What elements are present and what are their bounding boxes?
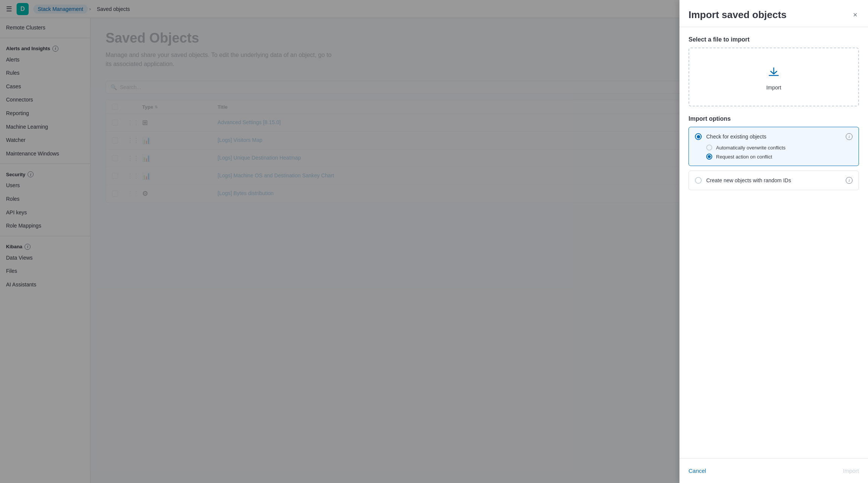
cancel-button[interactable]: Cancel (689, 465, 706, 477)
request-action-label: Request action on conflict (716, 154, 772, 160)
modal-header: Import saved objects × (679, 18, 868, 27)
main-layout: Remote Clusters Alerts and Insights i Al… (0, 18, 868, 483)
modal-title: Import saved objects (689, 18, 787, 21)
option2-info-icon[interactable]: i (846, 177, 853, 184)
option1-radio[interactable] (695, 133, 702, 140)
option1-info-icon[interactable]: i (846, 133, 853, 140)
import-options-label: Import options (689, 115, 859, 122)
sub-option-request-action[interactable]: Request action on conflict (706, 154, 853, 160)
import-button[interactable]: Import (843, 465, 859, 477)
overwrite-label: Automatically overwrite conflicts (716, 145, 785, 151)
request-action-radio[interactable] (706, 154, 712, 160)
modal-close-button[interactable]: × (851, 18, 859, 21)
option1-sub-options: Automatically overwrite conflicts Reques… (706, 145, 853, 160)
overwrite-radio[interactable] (706, 145, 712, 151)
option-check-existing[interactable]: Check for existing objects i Automatical… (689, 127, 859, 166)
modal-footer: Cancel Import (679, 458, 868, 483)
import-drop-label: Import (766, 85, 781, 91)
import-modal: Import saved objects × Select a file to … (679, 18, 868, 483)
file-drop-zone[interactable]: Import (689, 48, 859, 106)
select-file-label: Select a file to import (689, 36, 859, 43)
modal-body: Select a file to import Import Import op… (679, 27, 868, 458)
sub-option-overwrite[interactable]: Automatically overwrite conflicts (706, 145, 853, 151)
option2-radio[interactable] (695, 177, 702, 184)
option1-label: Check for existing objects (706, 134, 841, 140)
option2-label: Create new objects with random IDs (706, 177, 841, 183)
modal-backdrop: Import saved objects × Select a file to … (0, 18, 868, 483)
import-file-icon (766, 63, 781, 80)
option-create-new[interactable]: Create new objects with random IDs i (689, 171, 859, 190)
